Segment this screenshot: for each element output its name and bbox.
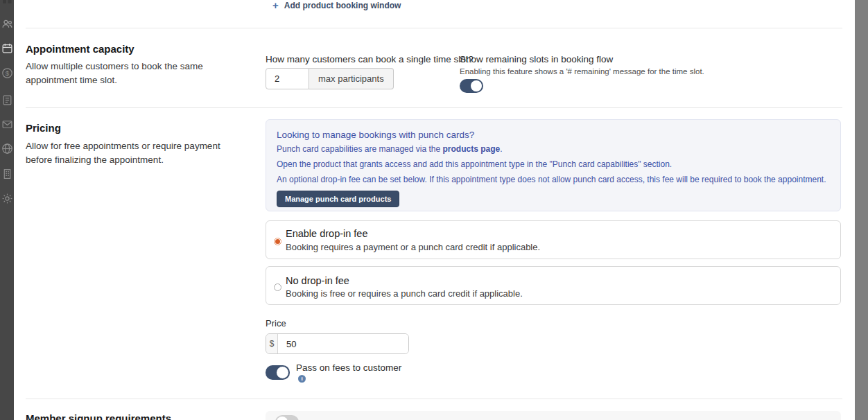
punch-card-line2: Open the product that grants access and …	[277, 159, 830, 169]
punch-card-line1-text: Punch card capabilities are managed via …	[277, 144, 442, 154]
section-divider	[26, 107, 842, 108]
appointment-capacity-description: Allow multiple customers to book the sam…	[26, 60, 242, 87]
payments-icon[interactable]: $	[1, 67, 13, 79]
max-participants-input[interactable]	[266, 68, 309, 89]
settings-icon[interactable]	[1, 193, 13, 204]
show-remaining-toggle[interactable]	[460, 79, 483, 93]
toggle-knob	[471, 80, 482, 91]
member-signup-toggle[interactable]	[275, 415, 299, 420]
pass-on-fees-label: Pass on fees to customer	[296, 362, 401, 373]
max-participants-group: max participants	[266, 68, 394, 89]
section-divider	[26, 28, 842, 28]
globe-icon[interactable]	[1, 143, 13, 155]
window-edge-strip	[855, 0, 868, 420]
calendar-icon[interactable]	[1, 42, 13, 54]
option-title: No drop-in fee	[286, 275, 349, 286]
mail-icon[interactable]	[1, 119, 13, 130]
left-nav-rail[interactable]: $	[0, 0, 14, 420]
no-drop-in-fee-option[interactable]: No drop-in fee Booking is free or requir…	[266, 266, 841, 305]
appointment-settings-page: $ + Add product booking window Appointme…	[0, 0, 868, 420]
show-remaining-label: Show remaining slots in booking flow	[460, 54, 613, 64]
punch-card-line3: An optional drop-in fee can be set below…	[277, 175, 830, 184]
capacity-question-label: How many customers can book a single tim…	[266, 54, 474, 64]
appointment-capacity-title: Appointment capacity	[26, 43, 134, 55]
member-signup-panel	[266, 411, 841, 420]
pricing-description: Allow for free appointments or require p…	[26, 139, 234, 167]
pass-on-fees-toggle[interactable]	[266, 365, 290, 380]
radio-selected-icon[interactable]	[274, 238, 281, 245]
svg-text:$: $	[6, 69, 10, 77]
punch-card-line1: Punch card capabilities are managed via …	[277, 144, 830, 154]
punch-card-line1-period: .	[500, 144, 502, 154]
max-participants-suffix: max participants	[309, 68, 394, 89]
products-page-link[interactable]: products page	[442, 144, 500, 154]
show-remaining-hint: Enabling this feature shows a '# remaini…	[460, 67, 704, 76]
price-input[interactable]	[278, 334, 408, 353]
member-signup-title: Member signup requirements	[26, 412, 171, 420]
option-description: Booking requires a payment or a punch ca…	[286, 242, 540, 252]
currency-prefix: $	[266, 334, 278, 353]
documents-icon[interactable]	[1, 94, 13, 106]
radio-unselected-icon[interactable]	[274, 283, 281, 291]
enable-drop-in-fee-option[interactable]: Enable drop-in fee Booking requires a pa…	[266, 220, 841, 259]
add-link-label: Add product booking window	[284, 1, 401, 10]
punch-card-heading: Looking to manage bookings with punch ca…	[277, 130, 830, 140]
organization-icon[interactable]	[1, 168, 13, 180]
toggle-knob	[277, 417, 288, 420]
pricing-title: Pricing	[26, 122, 61, 134]
info-icon[interactable]: i	[298, 375, 306, 383]
add-product-booking-window-link[interactable]: + Add product booking window	[272, 1, 401, 10]
option-description: Booking is free or requires a punch card…	[286, 288, 523, 299]
section-divider	[26, 399, 842, 399]
punch-card-info-box: Looking to manage bookings with punch ca…	[266, 119, 841, 211]
toggle-knob	[277, 367, 288, 378]
apps-icon[interactable]	[1, 0, 13, 6]
price-input-group: $	[266, 333, 409, 354]
users-icon[interactable]	[1, 18, 13, 30]
plus-icon: +	[272, 1, 279, 10]
price-label: Price	[266, 318, 286, 329]
option-title: Enable drop-in fee	[286, 228, 368, 239]
manage-punch-card-products-button[interactable]: Manage punch card products	[277, 191, 399, 207]
